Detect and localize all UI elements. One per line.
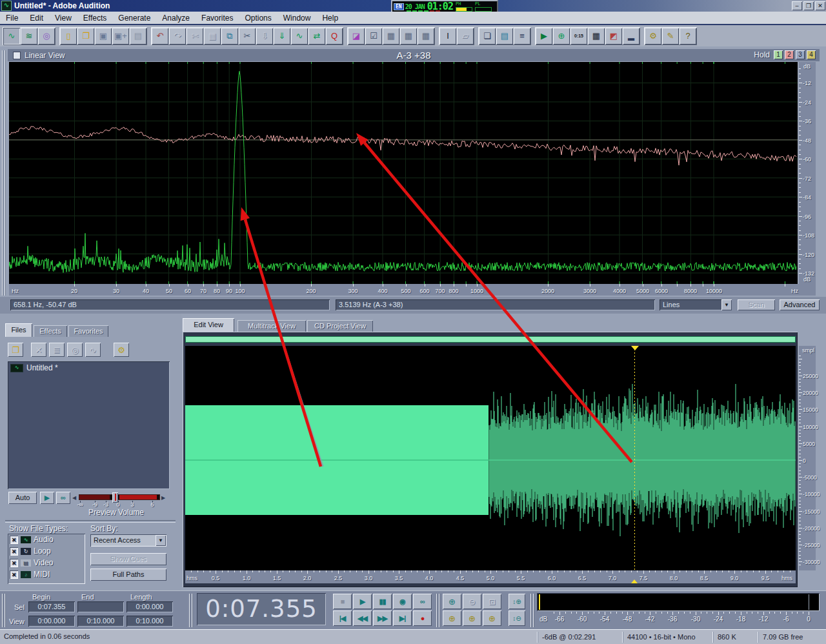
zoom-in-button[interactable]: ⊕ [443,594,461,609]
file-type-checkbox-video[interactable]: × [10,559,18,567]
undo-button[interactable]: ↶ [152,28,168,45]
delete-button[interactable]: ▦ [204,28,221,45]
fx-rack-3-button[interactable]: ▦ [418,28,434,45]
menu-options[interactable]: Options [239,12,277,24]
rewind-button[interactable]: ◀◀ [353,610,372,626]
insert-wave-button[interactable]: ∿ [85,343,101,357]
sel-end-field[interactable] [77,601,124,612]
fx-rack-2-button[interactable]: ▦ [400,28,417,45]
view-end-field[interactable]: 0:10.000 [77,616,124,627]
preview-volume-slider[interactable] [79,494,160,500]
convert-sample-type-button[interactable]: ⇄ [308,28,325,45]
stop-button[interactable]: ■ [333,594,352,609]
menu-help[interactable]: Help [316,12,344,24]
lines-dropdown-arrow[interactable]: ▼ [721,299,732,310]
menu-generate[interactable]: Generate [112,12,156,24]
hold-button-1[interactable]: 1 [774,50,783,59]
organizer-tab-files[interactable]: Files [5,323,32,337]
view-begin-field[interactable]: 0:00.000 [28,616,75,627]
playhead-line[interactable] [634,346,635,570]
menu-edit[interactable]: Edit [24,12,49,24]
menu-effects[interactable]: Effects [77,12,112,24]
preset-button[interactable]: ☑ [365,28,382,45]
scrub-tool-button[interactable]: ▱ [457,28,474,45]
close-file-button[interactable]: ✕ [31,343,46,357]
copy-button[interactable]: ⧉ [221,28,238,45]
volume-left-arrow[interactable]: ◀ [72,495,77,501]
file-list-item[interactable]: ∿Untitled * [8,361,170,372]
bottom-grip-3[interactable] [436,594,440,627]
advanced-button[interactable]: Advanced [780,299,820,310]
time-ruler[interactable]: hmshms0.51.01.52.02.53.03.54.04.55.05.56… [185,570,796,583]
options-gear-button[interactable]: ⚙ [114,343,129,357]
normalize-button[interactable]: ∿ [291,28,308,45]
zoom-selection-button[interactable]: ⊕ [463,610,481,626]
volume-right-arrow[interactable]: ▶ [161,495,166,501]
open-file-button[interactable]: ❐ [77,28,94,45]
menu-file[interactable]: File [0,12,24,24]
invert-effect-button[interactable]: ◪ [348,28,365,45]
bottom-grip-1[interactable] [2,594,6,627]
fast-forward-button[interactable]: ▶▶ [373,610,392,626]
play-to-end-button[interactable]: ∞ [413,594,432,609]
tab-cd-project-view[interactable]: CD Project View [307,320,373,332]
go-to-beginning-button[interactable]: |◀ [333,610,352,626]
zoom-sel-right-button[interactable]: ⊕ [483,610,501,626]
zoom-sel-left-button[interactable]: ⊕ [443,610,461,626]
file-type-checkbox-loop[interactable]: × [10,547,18,556]
trim-button[interactable]: ✄ [186,28,203,45]
time-window-button[interactable]: 0:15 [570,28,587,45]
minimize-button[interactable]: – [792,1,802,10]
menu-favorites[interactable]: Favorites [196,12,239,24]
save-as-button[interactable]: ▣+ [112,28,129,45]
full-paths-button[interactable]: Full Paths [90,569,166,581]
play-button[interactable]: ▶ [353,594,372,609]
help-button[interactable]: ? [680,28,696,45]
cue-list-button[interactable]: Q [326,28,343,45]
sort-by-dropdown[interactable]: Recent Access ▼ [90,534,166,547]
fx-rack-1-button[interactable]: ▦ [383,28,399,45]
hold-button-4[interactable]: 4 [807,50,816,59]
zoom-full-button[interactable]: ⊡ [483,594,501,609]
show-cues-button[interactable]: Show Cues [90,553,166,565]
new-file-button[interactable]: ▯ [60,28,77,45]
lines-dropdown[interactable]: Lines [660,299,725,310]
playhead-top-marker[interactable] [631,346,639,350]
bottom-grip-4[interactable] [530,594,534,627]
sel-length-field[interactable]: 0:00.000 [126,601,173,612]
phase-analysis-button[interactable]: ◩ [605,28,622,45]
go-to-end-button[interactable]: ▶| [393,610,412,626]
hold-button-3[interactable]: 3 [796,50,805,59]
preview-loop-button[interactable]: ∞ [56,492,70,504]
menu-window[interactable]: Window [277,12,317,24]
waveform-display[interactable] [185,346,796,570]
file-type-checkbox-midi[interactable]: × [10,570,18,579]
play-window-button[interactable]: ▶ [536,28,552,45]
cue-window-button[interactable]: ≡ [514,28,530,45]
organizer-tab-favorites[interactable]: Favorites [68,325,108,337]
menu-analyze[interactable]: Analyze [156,12,196,24]
cut-button[interactable]: ✂ [239,28,256,45]
file-info-button[interactable]: ▤ [496,28,513,45]
insert-cd-button[interactable]: ◎ [67,343,83,357]
frequency-analysis-button[interactable]: ▦ [588,28,605,45]
level-meter[interactable] [537,593,820,611]
freq-panel-grip[interactable] [2,50,6,296]
zoom-out-button[interactable]: ⊖ [463,594,481,609]
organizer-tab-effects[interactable]: Effects [34,325,67,337]
restore-button[interactable]: ❐ [803,1,814,10]
cd-project-view-button[interactable]: ◎ [38,28,55,45]
save-file-button[interactable]: ▣ [95,28,112,45]
cd-burn-button[interactable]: ✎ [662,28,679,45]
edit-waveform-view-button[interactable]: ∿ [3,28,20,45]
hold-button-2[interactable]: 2 [785,50,794,59]
pause-button[interactable]: ▮▮ [373,594,392,609]
sort-dropdown-arrow[interactable]: ▼ [156,535,166,546]
vertical-zoom-out-button[interactable]: ↕⊖ [509,610,525,626]
play-looped-button[interactable]: ◉ [393,594,412,609]
insert-multitrack-button[interactable]: ≣ [49,343,65,357]
redo-button[interactable]: ↷ [169,28,186,45]
tab-multitrack-view[interactable]: Multitrack View [237,320,306,332]
vertical-zoom-in-button[interactable]: ↕⊕ [509,594,525,609]
paste-button[interactable]: ⇩ [256,28,273,45]
